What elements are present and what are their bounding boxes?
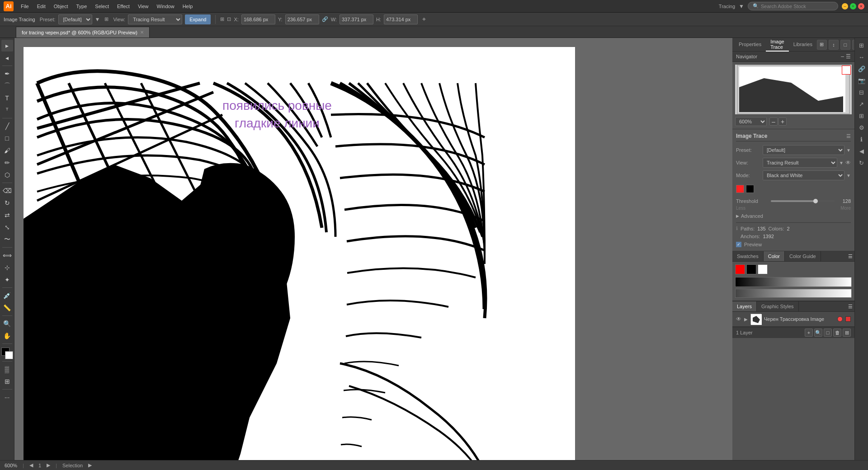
puppet-warp-tool[interactable]: ✦ xyxy=(1,274,13,286)
tab-properties[interactable]: Properties xyxy=(734,38,766,52)
line-tool[interactable]: ╱ xyxy=(1,120,13,132)
scale-tool[interactable]: ⤡ xyxy=(1,221,13,233)
more-tools[interactable]: ··· xyxy=(1,391,13,403)
menu-edit[interactable]: Edit xyxy=(33,2,49,10)
layer-target-circle[interactable] xyxy=(837,316,843,322)
view-panel-select[interactable]: Tracing Result xyxy=(763,158,837,168)
color-black-swatch[interactable] xyxy=(746,185,754,193)
eyedropper-tool[interactable]: 💉 xyxy=(1,290,13,301)
menu-effect[interactable]: Effect xyxy=(113,2,133,10)
preset-panel-select[interactable]: [Default] xyxy=(763,145,844,155)
measure-tool[interactable]: 📏 xyxy=(1,302,13,314)
paintbrush-tool[interactable]: 🖌 xyxy=(1,145,13,156)
h-input[interactable] xyxy=(384,14,418,24)
export-icon[interactable]: ↗ xyxy=(856,99,867,109)
hand-tool[interactable]: ✋ xyxy=(1,330,13,342)
swatches-menu-icon[interactable]: ☰ xyxy=(846,252,854,261)
gradient-bar[interactable] xyxy=(735,277,852,287)
create-layer-btn[interactable]: □ xyxy=(824,329,832,337)
type-tool[interactable]: T xyxy=(1,92,13,104)
tab-close-icon[interactable]: ✕ xyxy=(140,30,144,35)
layer-visibility-icon[interactable]: 👁 xyxy=(736,316,741,322)
navigator-zoom-select[interactable]: 600% xyxy=(735,117,767,126)
status-nav-arrow[interactable]: ▶ xyxy=(88,462,92,468)
document-tab[interactable]: for tracing черен.psd* @ 600% (RGB/GPU P… xyxy=(16,27,150,38)
warp-tool[interactable]: 〜 xyxy=(1,234,13,245)
white-gradient-bar[interactable] xyxy=(735,289,852,298)
zoom-tool[interactable]: 🔍 xyxy=(1,318,13,329)
grid-icon[interactable]: ⊞ xyxy=(856,110,867,121)
view-eye-icon[interactable]: 👁 xyxy=(845,160,851,166)
make-sublayer-btn[interactable]: + xyxy=(805,329,813,337)
navigator-collapse-icon[interactable]: – xyxy=(841,53,844,60)
workspace-icon[interactable]: ↔ xyxy=(856,52,867,62)
y-input[interactable] xyxy=(285,14,319,24)
curvature-tool[interactable]: ⌒ xyxy=(1,80,13,92)
delete-layer-btn[interactable]: 🗑 xyxy=(833,329,841,337)
direct-selection-tool[interactable]: ◂ xyxy=(1,52,13,64)
tab-layers[interactable]: Layers xyxy=(732,301,757,311)
swatch-white[interactable] xyxy=(758,264,768,274)
pencil-tool[interactable]: ✏ xyxy=(1,157,13,169)
image-trace-menu-icon[interactable]: ☰ xyxy=(846,133,851,139)
rectangle-tool[interactable]: □ xyxy=(1,132,13,144)
find-layer-icon[interactable]: 🔍 xyxy=(814,329,822,337)
menu-window[interactable]: Window xyxy=(153,2,178,10)
tab-graphic-styles[interactable]: Graphic Styles xyxy=(757,301,799,311)
width-tool[interactable]: ⟺ xyxy=(1,249,13,261)
swatch-red[interactable] xyxy=(735,264,745,274)
info-side-icon[interactable]: ℹ xyxy=(856,134,867,145)
mesh-tool[interactable]: ⊞ xyxy=(1,376,13,387)
settings-icon[interactable]: ⚙ xyxy=(856,122,867,133)
camera-icon[interactable]: 📷 xyxy=(856,75,867,86)
tab-libraries[interactable]: Libraries xyxy=(789,38,817,52)
expand-button[interactable]: Expand xyxy=(185,14,211,24)
background-color[interactable] xyxy=(5,351,13,359)
nav-prev-icon[interactable]: ◀ xyxy=(29,462,33,468)
view-dropdown[interactable]: Tracing Result xyxy=(128,14,182,24)
tab-color[interactable]: Color xyxy=(764,251,785,261)
menu-object[interactable]: Object xyxy=(50,2,72,10)
expand-panel-icon[interactable]: ◀ xyxy=(856,146,867,156)
slice-icon[interactable]: ⊟ xyxy=(856,87,867,98)
menu-help[interactable]: Help xyxy=(179,2,197,10)
layer-item[interactable]: 👁 ▶ Черен Трассировка Image xyxy=(732,312,854,327)
mode-panel-select[interactable]: Black and White xyxy=(763,170,844,180)
gradient-tool[interactable]: ▒ xyxy=(1,363,13,375)
selection-tool[interactable]: ▸ xyxy=(1,40,13,52)
free-transform-tool[interactable]: ⊹ xyxy=(1,262,13,273)
eraser-tool[interactable]: ⌫ xyxy=(1,185,13,197)
threshold-slider[interactable] xyxy=(771,200,835,202)
menu-file[interactable]: File xyxy=(17,2,33,10)
link-icon[interactable]: 🔗 xyxy=(856,63,867,74)
tab-image-trace[interactable]: Image Trace xyxy=(766,38,789,52)
layers-menu-icon[interactable]: ☰ xyxy=(846,302,854,311)
window-maximize-btn[interactable]: + xyxy=(850,3,856,9)
menu-select[interactable]: Select xyxy=(91,2,113,10)
nav-zoom-out-icon[interactable]: – xyxy=(769,118,778,126)
sync-icon[interactable]: ↻ xyxy=(856,157,867,168)
canvas-area[interactable]: появились ровные гладкие линии xyxy=(14,38,732,460)
menu-view[interactable]: View xyxy=(134,2,152,10)
layer-expand-icon[interactable]: ▶ xyxy=(744,317,748,322)
slider-thumb[interactable] xyxy=(813,199,818,203)
preset-dropdown[interactable]: [Default] xyxy=(58,14,92,24)
preview-checkbox[interactable] xyxy=(736,242,741,247)
menu-type[interactable]: Type xyxy=(73,2,91,10)
color-red-swatch[interactable] xyxy=(736,185,744,193)
advanced-row[interactable]: ▶ Advanced xyxy=(736,212,851,220)
navigator-menu-icon[interactable]: ☰ xyxy=(846,53,851,60)
swatch-black[interactable] xyxy=(746,264,756,274)
adobe-stock-search[interactable]: 🔍 Search Adobe Stock xyxy=(748,2,838,10)
nav-next-icon[interactable]: ▶ xyxy=(47,462,50,468)
window-close-btn[interactable]: ✕ xyxy=(858,3,864,9)
panel-icon-1[interactable]: ⊞ xyxy=(817,40,827,50)
tool-colors[interactable] xyxy=(1,348,13,359)
tab-color-guide[interactable]: Color Guide xyxy=(785,251,821,261)
touch-type-tool[interactable]: ᵀ xyxy=(1,104,13,116)
tab-swatches[interactable]: Swatches xyxy=(732,251,764,261)
panel-icon-3[interactable]: □ xyxy=(840,40,850,50)
x-input[interactable] xyxy=(241,14,275,24)
rotate-tool[interactable]: ↻ xyxy=(1,197,13,209)
layer-options-btn[interactable]: ⊞ xyxy=(843,329,851,337)
